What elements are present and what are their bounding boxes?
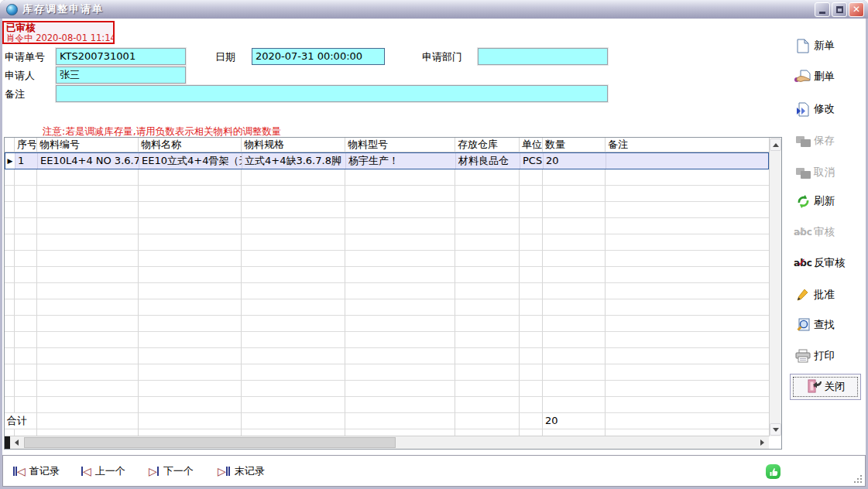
grid-empty-row[interactable]	[5, 186, 769, 202]
window-content: 已审核 肖令中 2020-08-01 11:14 申请单号 KTS2007310…	[2, 19, 866, 487]
grid-row-selected[interactable]: ▶ 1 EE10L4+4 NO 3.6.7.8 EE10立式4+4骨架（无支 立…	[5, 152, 769, 169]
grid-total-row: 合计 20	[5, 413, 769, 429]
window-title: 库存调整申请单	[22, 2, 104, 16]
unaudit-button[interactable]: abc✓ 反审核	[794, 253, 861, 273]
current-row-marker-icon: ▶	[5, 153, 15, 169]
grid-empty-row[interactable]	[5, 364, 769, 381]
cancel-button: 取消	[794, 162, 861, 183]
titlebar[interactable]: 库存调整申请单 ✕	[0, 0, 868, 19]
arrow-up-icon	[773, 143, 779, 147]
applicant-input[interactable]: 张三	[56, 67, 186, 84]
remark-input[interactable]	[56, 85, 608, 102]
nav-first-record[interactable]: ◁ 首记录	[12, 464, 60, 478]
horizontal-scroll-thumb[interactable]	[24, 437, 396, 448]
delete-order-button[interactable]: 删单	[794, 67, 861, 87]
grid-empty-row[interactable]	[5, 283, 769, 299]
grid-empty-row[interactable]	[5, 202, 769, 218]
window-controls: ✕	[815, 2, 864, 17]
audit-abc-icon: abc✓	[794, 224, 811, 240]
minimize-icon	[819, 12, 825, 14]
arrow-down-icon	[773, 428, 779, 432]
grid-empty-row[interactable]	[5, 234, 769, 251]
nav-next-record[interactable]: ▷ 下一个	[149, 464, 194, 478]
cell-unit[interactable]: PCS	[520, 153, 544, 169]
audit-status-box: 已审核 肖令中 2020-08-01 11:14	[2, 21, 115, 44]
scroll-down-button[interactable]	[770, 423, 781, 436]
grid-header-spec[interactable]: 物料规格	[242, 138, 345, 152]
delete-doc-icon	[794, 69, 811, 84]
previous-record-icon: ◁	[81, 465, 91, 477]
grid-partial-row	[5, 429, 769, 436]
grid-empty-row[interactable]	[5, 381, 769, 397]
cell-code[interactable]: EE10L4+4 NO 3.6.7.8	[38, 153, 139, 169]
scroll-right-button[interactable]	[756, 437, 768, 448]
grid-header-unit[interactable]: 单位	[520, 138, 543, 152]
arrow-right-icon	[760, 439, 764, 446]
grid-header-model[interactable]: 物料型号	[345, 138, 455, 152]
close-door-icon	[806, 378, 822, 395]
date-input[interactable]: 2020-07-31 00:00:00	[252, 48, 385, 65]
refresh-button[interactable]: 刷新	[794, 191, 861, 211]
department-label: 申请部门	[422, 50, 462, 64]
grid-empty-row[interactable]	[5, 332, 769, 348]
grid-empty-row[interactable]	[5, 348, 769, 364]
minimize-button[interactable]	[815, 2, 830, 17]
cell-warehouse[interactable]: 材料良品仓	[456, 153, 520, 169]
thumbs-up-icon	[766, 464, 781, 479]
record-navbar: ◁ 首记录 ◁ 上一个 ▷ 下一个 ▷ 末记录	[2, 455, 866, 487]
grid-empty-row[interactable]	[5, 267, 769, 283]
grid-empty-row[interactable]	[5, 397, 769, 413]
modify-order-button[interactable]: 修改	[794, 99, 861, 119]
refresh-icon	[794, 193, 811, 209]
row-selector-cell: ▶	[5, 153, 15, 169]
grid-empty-row[interactable]	[5, 169, 769, 186]
audit-button: abc✓ 审核	[794, 222, 861, 242]
grid-corner-block	[5, 436, 10, 449]
scroll-left-button[interactable]	[11, 437, 22, 448]
total-qty: 20	[543, 413, 606, 429]
grid-horizontal-scrollbar[interactable]	[5, 436, 769, 449]
approve-button[interactable]: 批准	[794, 285, 861, 305]
grid-header-seq[interactable]: 序号	[15, 138, 37, 152]
grid-header-warehouse[interactable]: 存放仓库	[455, 138, 520, 152]
save-button: 保存	[794, 131, 861, 151]
modify-doc-icon	[794, 101, 811, 117]
grid-header-name[interactable]: 物料名称	[139, 138, 242, 152]
grid-vertical-scrollbar[interactable]	[769, 138, 781, 436]
cell-name[interactable]: EE10立式4+4骨架（无支	[139, 153, 242, 169]
grid-empty-row[interactable]	[5, 299, 769, 316]
grid-header-remark[interactable]: 备注	[606, 138, 769, 152]
grid-header-selector	[5, 138, 15, 152]
nav-previous-record[interactable]: ◁ 上一个	[81, 464, 125, 478]
grid-header-code[interactable]: 物料编号	[37, 138, 139, 152]
grid-header-qty[interactable]: 数量	[543, 138, 606, 152]
maximize-button[interactable]	[832, 2, 847, 17]
grid-empty-row[interactable]	[5, 218, 769, 234]
grid-empty-row[interactable]	[5, 251, 769, 267]
cell-seq[interactable]: 1	[15, 153, 38, 169]
arrow-left-icon	[15, 439, 19, 446]
new-order-button[interactable]: 新单	[794, 36, 861, 56]
cancel-folder-icon	[794, 165, 811, 180]
maximize-icon	[836, 6, 843, 13]
find-magnifier-icon	[794, 317, 811, 333]
next-record-icon: ▷	[149, 465, 160, 477]
cell-remark[interactable]	[606, 153, 769, 169]
cell-spec[interactable]: 立式4+4缺3.6.7.8脚，针	[242, 153, 346, 169]
close-form-button[interactable]: 关闭	[790, 374, 861, 400]
date-label: 日期	[215, 50, 235, 64]
cell-model[interactable]: 杨宇生产！	[346, 153, 456, 169]
print-button[interactable]: 打印	[794, 346, 861, 366]
close-window-button[interactable]: ✕	[849, 2, 864, 17]
nav-last-record[interactable]: ▷ 末记录	[218, 464, 265, 478]
cell-qty[interactable]: 20	[544, 153, 606, 169]
order-no-label: 申请单号	[5, 50, 45, 64]
order-no-input[interactable]: KTS200731001	[56, 48, 186, 65]
department-input[interactable]	[478, 48, 608, 65]
find-button[interactable]: 查找	[794, 315, 861, 335]
resize-grip[interactable]	[860, 481, 862, 483]
save-folder-icon	[794, 133, 811, 149]
grid-empty-row[interactable]	[5, 316, 769, 332]
scroll-up-button[interactable]	[770, 138, 781, 151]
app-globe-icon	[6, 4, 18, 15]
